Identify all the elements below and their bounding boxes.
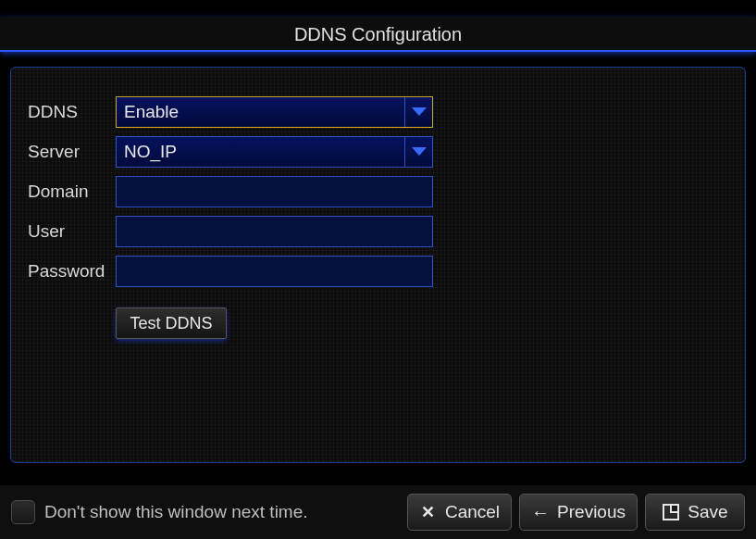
page-title: DDNS Configuration	[294, 24, 462, 44]
previous-button[interactable]: Previous	[519, 494, 638, 531]
close-icon	[419, 503, 438, 521]
save-button[interactable]: Save	[645, 494, 745, 531]
config-panel: DDNS Enable Server NO_IP Domain User	[10, 67, 746, 463]
user-input[interactable]	[116, 216, 433, 247]
previous-button-label: Previous	[557, 502, 626, 522]
ddns-label: DDNS	[28, 102, 116, 122]
chevron-down-icon	[412, 107, 427, 116]
test-ddns-button-label: Test DDNS	[130, 314, 212, 332]
cancel-button-label: Cancel	[445, 502, 500, 522]
save-icon	[662, 503, 680, 521]
password-label: Password	[28, 261, 116, 282]
test-ddns-button[interactable]: Test DDNS	[116, 307, 227, 339]
server-select-chevron[interactable]	[404, 137, 432, 167]
title-bar: DDNS Configuration	[0, 17, 756, 52]
footer-bar: Don't show this window next time. Cancel…	[0, 485, 756, 539]
ddns-select-value: Enable	[124, 102, 179, 122]
save-button-label: Save	[688, 502, 727, 522]
user-label: User	[28, 221, 116, 242]
cancel-button[interactable]: Cancel	[407, 494, 512, 531]
server-select-value: NO_IP	[124, 142, 177, 162]
ddns-select[interactable]: Enable	[116, 96, 433, 128]
domain-label: Domain	[28, 182, 116, 202]
server-label: Server	[28, 142, 116, 162]
window-top-strip	[0, 0, 756, 17]
dont-show-label: Don't show this window next time.	[44, 502, 308, 522]
domain-input[interactable]	[116, 176, 433, 207]
password-input[interactable]	[116, 256, 433, 287]
chevron-down-icon	[412, 147, 427, 156]
dont-show-checkbox[interactable]	[11, 500, 35, 524]
server-select[interactable]: NO_IP	[116, 136, 433, 168]
arrow-left-icon	[531, 503, 550, 521]
ddns-select-chevron[interactable]	[404, 97, 432, 127]
